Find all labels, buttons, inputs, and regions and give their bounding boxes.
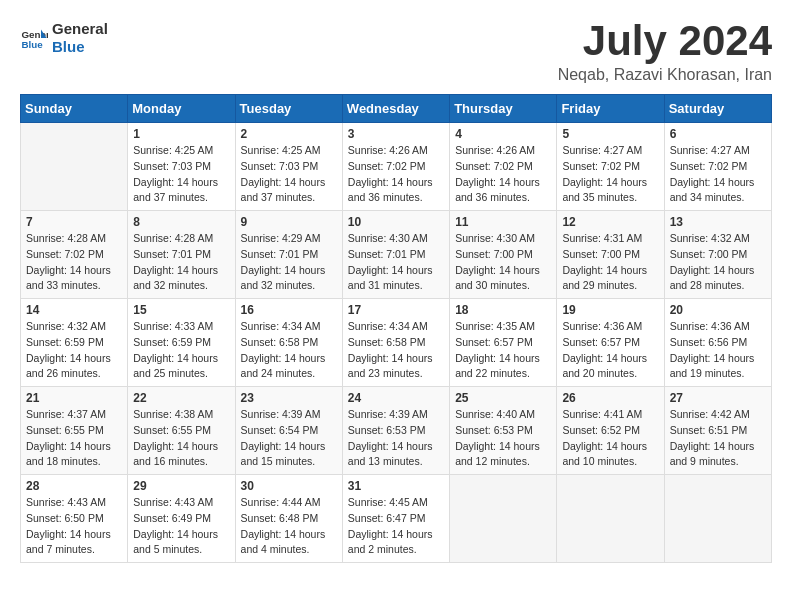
day-cell: 12 Sunrise: 4:31 AM Sunset: 7:00 PM Dayl… bbox=[557, 211, 664, 299]
day-number: 12 bbox=[562, 215, 658, 229]
sunrise-text: Sunrise: 4:34 AM bbox=[241, 320, 321, 332]
day-info: Sunrise: 4:43 AM Sunset: 6:50 PM Dayligh… bbox=[26, 495, 122, 558]
sunset-text: Sunset: 6:53 PM bbox=[455, 424, 533, 436]
day-cell: 24 Sunrise: 4:39 AM Sunset: 6:53 PM Dayl… bbox=[342, 387, 449, 475]
daylight-text: Daylight: 14 hours and 12 minutes. bbox=[455, 440, 540, 468]
day-info: Sunrise: 4:36 AM Sunset: 6:57 PM Dayligh… bbox=[562, 319, 658, 382]
sunset-text: Sunset: 6:47 PM bbox=[348, 512, 426, 524]
day-number: 29 bbox=[133, 479, 229, 493]
day-number: 17 bbox=[348, 303, 444, 317]
month-title: July 2024 bbox=[558, 20, 772, 62]
day-info: Sunrise: 4:32 AM Sunset: 6:59 PM Dayligh… bbox=[26, 319, 122, 382]
day-number: 4 bbox=[455, 127, 551, 141]
sunset-text: Sunset: 7:01 PM bbox=[133, 248, 211, 260]
day-cell: 13 Sunrise: 4:32 AM Sunset: 7:00 PM Dayl… bbox=[664, 211, 771, 299]
daylight-text: Daylight: 14 hours and 4 minutes. bbox=[241, 528, 326, 556]
day-cell: 5 Sunrise: 4:27 AM Sunset: 7:02 PM Dayli… bbox=[557, 123, 664, 211]
day-cell: 23 Sunrise: 4:39 AM Sunset: 6:54 PM Dayl… bbox=[235, 387, 342, 475]
day-info: Sunrise: 4:36 AM Sunset: 6:56 PM Dayligh… bbox=[670, 319, 766, 382]
day-number: 7 bbox=[26, 215, 122, 229]
day-number: 11 bbox=[455, 215, 551, 229]
day-cell: 16 Sunrise: 4:34 AM Sunset: 6:58 PM Dayl… bbox=[235, 299, 342, 387]
daylight-text: Daylight: 14 hours and 9 minutes. bbox=[670, 440, 755, 468]
day-number: 2 bbox=[241, 127, 337, 141]
day-info: Sunrise: 4:33 AM Sunset: 6:59 PM Dayligh… bbox=[133, 319, 229, 382]
sunrise-text: Sunrise: 4:25 AM bbox=[133, 144, 213, 156]
day-info: Sunrise: 4:29 AM Sunset: 7:01 PM Dayligh… bbox=[241, 231, 337, 294]
sunrise-text: Sunrise: 4:42 AM bbox=[670, 408, 750, 420]
day-cell: 26 Sunrise: 4:41 AM Sunset: 6:52 PM Dayl… bbox=[557, 387, 664, 475]
daylight-text: Daylight: 14 hours and 2 minutes. bbox=[348, 528, 433, 556]
day-info: Sunrise: 4:31 AM Sunset: 7:00 PM Dayligh… bbox=[562, 231, 658, 294]
sunrise-text: Sunrise: 4:41 AM bbox=[562, 408, 642, 420]
header-row: SundayMondayTuesdayWednesdayThursdayFrid… bbox=[21, 95, 772, 123]
daylight-text: Daylight: 14 hours and 36 minutes. bbox=[455, 176, 540, 204]
day-number: 30 bbox=[241, 479, 337, 493]
sunrise-text: Sunrise: 4:32 AM bbox=[670, 232, 750, 244]
day-cell: 8 Sunrise: 4:28 AM Sunset: 7:01 PM Dayli… bbox=[128, 211, 235, 299]
sunset-text: Sunset: 7:02 PM bbox=[26, 248, 104, 260]
calendar-table: SundayMondayTuesdayWednesdayThursdayFrid… bbox=[20, 94, 772, 563]
sunset-text: Sunset: 7:03 PM bbox=[133, 160, 211, 172]
daylight-text: Daylight: 14 hours and 7 minutes. bbox=[26, 528, 111, 556]
day-number: 15 bbox=[133, 303, 229, 317]
location-title: Neqab, Razavi Khorasan, Iran bbox=[558, 66, 772, 84]
sunset-text: Sunset: 7:00 PM bbox=[670, 248, 748, 260]
daylight-text: Daylight: 14 hours and 10 minutes. bbox=[562, 440, 647, 468]
sunrise-text: Sunrise: 4:43 AM bbox=[26, 496, 106, 508]
daylight-text: Daylight: 14 hours and 26 minutes. bbox=[26, 352, 111, 380]
day-info: Sunrise: 4:38 AM Sunset: 6:55 PM Dayligh… bbox=[133, 407, 229, 470]
daylight-text: Daylight: 14 hours and 37 minutes. bbox=[241, 176, 326, 204]
day-cell: 28 Sunrise: 4:43 AM Sunset: 6:50 PM Dayl… bbox=[21, 475, 128, 563]
sunrise-text: Sunrise: 4:33 AM bbox=[133, 320, 213, 332]
day-cell: 15 Sunrise: 4:33 AM Sunset: 6:59 PM Dayl… bbox=[128, 299, 235, 387]
daylight-text: Daylight: 14 hours and 37 minutes. bbox=[133, 176, 218, 204]
sunset-text: Sunset: 6:52 PM bbox=[562, 424, 640, 436]
day-number: 27 bbox=[670, 391, 766, 405]
sunrise-text: Sunrise: 4:26 AM bbox=[455, 144, 535, 156]
sunrise-text: Sunrise: 4:30 AM bbox=[455, 232, 535, 244]
sunset-text: Sunset: 7:03 PM bbox=[241, 160, 319, 172]
day-info: Sunrise: 4:28 AM Sunset: 7:01 PM Dayligh… bbox=[133, 231, 229, 294]
header-cell-saturday: Saturday bbox=[664, 95, 771, 123]
sunset-text: Sunset: 6:58 PM bbox=[348, 336, 426, 348]
daylight-text: Daylight: 14 hours and 29 minutes. bbox=[562, 264, 647, 292]
sunset-text: Sunset: 6:59 PM bbox=[133, 336, 211, 348]
day-info: Sunrise: 4:39 AM Sunset: 6:53 PM Dayligh… bbox=[348, 407, 444, 470]
daylight-text: Daylight: 14 hours and 18 minutes. bbox=[26, 440, 111, 468]
sunset-text: Sunset: 6:59 PM bbox=[26, 336, 104, 348]
day-number: 22 bbox=[133, 391, 229, 405]
day-number: 25 bbox=[455, 391, 551, 405]
daylight-text: Daylight: 14 hours and 22 minutes. bbox=[455, 352, 540, 380]
day-info: Sunrise: 4:30 AM Sunset: 7:01 PM Dayligh… bbox=[348, 231, 444, 294]
day-info: Sunrise: 4:44 AM Sunset: 6:48 PM Dayligh… bbox=[241, 495, 337, 558]
day-info: Sunrise: 4:27 AM Sunset: 7:02 PM Dayligh… bbox=[562, 143, 658, 206]
sunset-text: Sunset: 7:00 PM bbox=[562, 248, 640, 260]
daylight-text: Daylight: 14 hours and 19 minutes. bbox=[670, 352, 755, 380]
header-cell-wednesday: Wednesday bbox=[342, 95, 449, 123]
sunset-text: Sunset: 6:57 PM bbox=[562, 336, 640, 348]
day-cell bbox=[557, 475, 664, 563]
day-cell: 30 Sunrise: 4:44 AM Sunset: 6:48 PM Dayl… bbox=[235, 475, 342, 563]
sunrise-text: Sunrise: 4:36 AM bbox=[670, 320, 750, 332]
day-number: 31 bbox=[348, 479, 444, 493]
title-section: July 2024 Neqab, Razavi Khorasan, Iran bbox=[558, 20, 772, 84]
day-info: Sunrise: 4:45 AM Sunset: 6:47 PM Dayligh… bbox=[348, 495, 444, 558]
sunset-text: Sunset: 6:57 PM bbox=[455, 336, 533, 348]
day-cell: 4 Sunrise: 4:26 AM Sunset: 7:02 PM Dayli… bbox=[450, 123, 557, 211]
week-row-0: 1 Sunrise: 4:25 AM Sunset: 7:03 PM Dayli… bbox=[21, 123, 772, 211]
daylight-text: Daylight: 14 hours and 16 minutes. bbox=[133, 440, 218, 468]
daylight-text: Daylight: 14 hours and 25 minutes. bbox=[133, 352, 218, 380]
sunrise-text: Sunrise: 4:40 AM bbox=[455, 408, 535, 420]
sunset-text: Sunset: 7:02 PM bbox=[455, 160, 533, 172]
sunrise-text: Sunrise: 4:26 AM bbox=[348, 144, 428, 156]
sunrise-text: Sunrise: 4:30 AM bbox=[348, 232, 428, 244]
daylight-text: Daylight: 14 hours and 28 minutes. bbox=[670, 264, 755, 292]
day-number: 10 bbox=[348, 215, 444, 229]
daylight-text: Daylight: 14 hours and 33 minutes. bbox=[26, 264, 111, 292]
sunrise-text: Sunrise: 4:31 AM bbox=[562, 232, 642, 244]
header-cell-tuesday: Tuesday bbox=[235, 95, 342, 123]
day-cell: 29 Sunrise: 4:43 AM Sunset: 6:49 PM Dayl… bbox=[128, 475, 235, 563]
day-info: Sunrise: 4:30 AM Sunset: 7:00 PM Dayligh… bbox=[455, 231, 551, 294]
daylight-text: Daylight: 14 hours and 31 minutes. bbox=[348, 264, 433, 292]
